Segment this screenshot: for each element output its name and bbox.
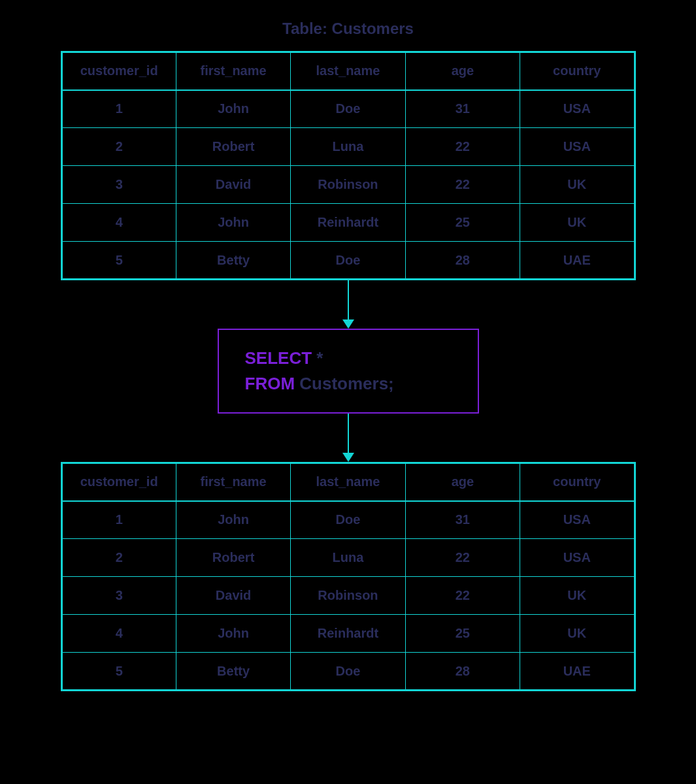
- table-cell: UAE: [520, 653, 635, 691]
- table-cell: 5: [61, 653, 176, 691]
- table-cell: USA: [520, 539, 635, 577]
- result-table: customer_id first_name last_name age cou…: [61, 462, 636, 691]
- table-cell: UAE: [520, 242, 635, 280]
- column-header: customer_id: [61, 463, 176, 501]
- source-table: customer_id first_name last_name age cou…: [61, 51, 636, 280]
- table-row: 1 John Doe 31 USA: [61, 90, 635, 128]
- table-row: 4 John Reinhardt 25 UK: [61, 615, 635, 653]
- table-cell: Doe: [291, 501, 405, 539]
- table-cell: Reinhardt: [291, 615, 405, 653]
- table-cell: Robinson: [291, 577, 405, 615]
- table-cell: Doe: [291, 90, 405, 128]
- table-cell: USA: [520, 501, 635, 539]
- table-cell: 31: [405, 90, 520, 128]
- column-header: country: [520, 463, 635, 501]
- table-cell: 25: [405, 204, 520, 242]
- sql-text: *: [312, 348, 323, 368]
- table-row: 3 David Robinson 22 UK: [61, 166, 635, 204]
- table-row: 4 John Reinhardt 25 UK: [61, 204, 635, 242]
- arrow-down-icon: [342, 414, 354, 462]
- table-cell: David: [176, 577, 290, 615]
- table-cell: 22: [405, 577, 520, 615]
- table-cell: 2: [61, 128, 176, 166]
- table-cell: Robert: [176, 539, 290, 577]
- column-header: age: [405, 463, 520, 501]
- table-cell: 3: [61, 577, 176, 615]
- table-cell: David: [176, 166, 290, 204]
- column-header: last_name: [291, 463, 405, 501]
- column-header: country: [520, 52, 635, 90]
- sql-keyword-select: SELECT: [245, 348, 312, 368]
- table-cell: Robert: [176, 128, 290, 166]
- column-header: last_name: [291, 52, 405, 90]
- table-cell: 28: [405, 242, 520, 280]
- table-cell: John: [176, 90, 290, 128]
- sql-query-box: SELECT * FROM Customers;: [218, 329, 479, 414]
- table-cell: John: [176, 615, 290, 653]
- table-cell: Betty: [176, 242, 290, 280]
- table-cell: 3: [61, 166, 176, 204]
- table-cell: 28: [405, 653, 520, 691]
- table-row: 2 Robert Luna 22 USA: [61, 128, 635, 166]
- table-cell: 5: [61, 242, 176, 280]
- sql-line: FROM Customers;: [245, 371, 439, 397]
- diagram-title: Table: Customers: [282, 20, 414, 38]
- table-cell: John: [176, 204, 290, 242]
- table-row: 3 David Robinson 22 UK: [61, 577, 635, 615]
- table-cell: UK: [520, 577, 635, 615]
- table-cell: 1: [61, 90, 176, 128]
- table-row: 5 Betty Doe 28 UAE: [61, 242, 635, 280]
- table-header-row: customer_id first_name last_name age cou…: [61, 463, 635, 501]
- column-header: first_name: [176, 463, 290, 501]
- table-cell: Betty: [176, 653, 290, 691]
- table-cell: 22: [405, 166, 520, 204]
- table-cell: UK: [520, 204, 635, 242]
- column-header: first_name: [176, 52, 290, 90]
- sql-text: Customers;: [295, 374, 394, 393]
- table-cell: 4: [61, 615, 176, 653]
- table-cell: Luna: [291, 128, 405, 166]
- table-row: 5 Betty Doe 28 UAE: [61, 653, 635, 691]
- table-cell: Doe: [291, 242, 405, 280]
- table-cell: 1: [61, 501, 176, 539]
- table-cell: 25: [405, 615, 520, 653]
- column-header: age: [405, 52, 520, 90]
- arrow-down-icon: [342, 280, 354, 329]
- table-row: 1 John Doe 31 USA: [61, 501, 635, 539]
- sql-keyword-from: FROM: [245, 374, 295, 393]
- table-cell: USA: [520, 128, 635, 166]
- table-cell: Doe: [291, 653, 405, 691]
- column-header: customer_id: [61, 52, 176, 90]
- table-cell: Robinson: [291, 166, 405, 204]
- table-cell: 4: [61, 204, 176, 242]
- table-header-row: customer_id first_name last_name age cou…: [61, 52, 635, 90]
- table-cell: 2: [61, 539, 176, 577]
- sql-line: SELECT *: [245, 346, 439, 371]
- table-cell: Reinhardt: [291, 204, 405, 242]
- table-cell: UK: [520, 615, 635, 653]
- table-cell: 22: [405, 128, 520, 166]
- table-row: 2 Robert Luna 22 USA: [61, 539, 635, 577]
- table-cell: USA: [520, 90, 635, 128]
- table-cell: 31: [405, 501, 520, 539]
- table-cell: John: [176, 501, 290, 539]
- table-cell: UK: [520, 166, 635, 204]
- table-cell: 22: [405, 539, 520, 577]
- table-cell: Luna: [291, 539, 405, 577]
